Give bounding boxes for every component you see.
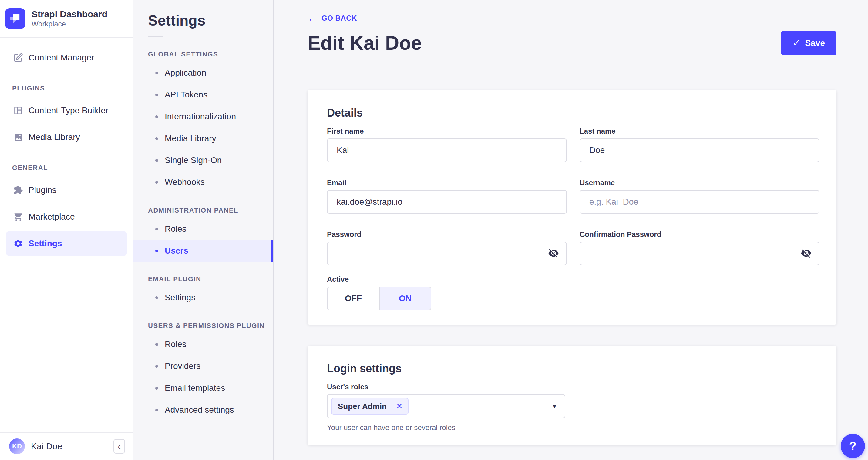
sidebar-footer: KD Kai Doe ‹: [0, 432, 133, 460]
check-icon: ✓: [793, 38, 800, 48]
go-back-label: GO BACK: [321, 14, 357, 23]
sidebar-item-media-library[interactable]: Media Library: [6, 125, 127, 149]
user-roles-helper-text: Your user can have one or several roles: [327, 423, 819, 432]
last-name-label: Last name: [580, 127, 819, 136]
subnav-title: Settings: [148, 12, 273, 29]
role-tag-super-admin: Super Admin ✕: [331, 398, 408, 415]
bullet-icon: [155, 93, 158, 96]
chevron-left-icon: ‹: [118, 442, 121, 451]
email-field-group: Email: [327, 178, 567, 214]
sidebar-section-general: GENERAL: [12, 164, 133, 172]
main-content: ← GO BACK Edit Kai Doe ✓ Save Details Fi…: [274, 0, 868, 460]
subnav-item-email-templates[interactable]: Email templates: [133, 377, 273, 399]
confirmation-password-input[interactable]: [580, 242, 819, 265]
bullet-icon: [155, 181, 158, 184]
subnav-item-label: Roles: [165, 224, 187, 234]
subnav-item-single-sign-on[interactable]: Single Sign-On: [133, 149, 273, 171]
subnav-item-label: Internationalization: [165, 112, 236, 121]
subnav-item-label: Users: [165, 246, 188, 256]
active-label: Active: [327, 275, 819, 284]
user-roles-label: User's roles: [327, 382, 819, 391]
subnav-item-media-library[interactable]: Media Library: [133, 127, 273, 149]
email-label: Email: [327, 178, 567, 187]
workspace-header[interactable]: Strapi Dashboard Workplace: [0, 0, 133, 38]
subnav-section-title: ADMINISTRATION PANEL: [148, 206, 273, 214]
first-name-input[interactable]: [327, 139, 567, 162]
save-button-label: Save: [805, 38, 825, 48]
sidebar-item-label: Media Library: [29, 133, 80, 142]
user-roles-multiselect[interactable]: Super Admin ✕ ▾: [327, 394, 565, 419]
subnav-item-providers[interactable]: Providers: [133, 355, 273, 377]
subnav-item-label: Single Sign-On: [165, 155, 222, 165]
subnav-item-label: Application: [165, 68, 206, 78]
subnav-item-label: Media Library: [165, 134, 216, 143]
email-input[interactable]: [327, 190, 567, 214]
password-input[interactable]: [327, 242, 567, 265]
sidebar-item-content-type-builder[interactable]: Content-Type Builder: [6, 98, 127, 123]
active-toggle-off[interactable]: OFF: [328, 287, 379, 310]
subnav-item-email-settings[interactable]: Settings: [133, 287, 273, 309]
username-input[interactable]: [580, 190, 819, 214]
chevron-down-icon: ▾: [553, 402, 556, 410]
subnav-item-label: API Tokens: [165, 90, 208, 99]
picture-icon: [13, 133, 23, 142]
last-name-input[interactable]: [580, 139, 819, 162]
sidebar-item-label: Plugins: [29, 185, 56, 195]
subnav-item-advanced-settings[interactable]: Advanced settings: [133, 399, 273, 421]
subnav-item-admin-roles[interactable]: Roles: [133, 218, 273, 240]
subnav-section-email-plugin: EMAIL PLUGIN Settings: [133, 275, 273, 309]
user-name[interactable]: Kai Doe: [31, 441, 62, 452]
collapse-sidebar-button[interactable]: ‹: [114, 439, 125, 454]
login-settings-heading: Login settings: [327, 362, 819, 375]
details-heading: Details: [327, 106, 819, 120]
workspace-titles: Strapi Dashboard Workplace: [32, 9, 107, 28]
toggle-confirmation-password-visibility-button[interactable]: [800, 248, 812, 260]
subnav-item-label: Settings: [165, 293, 195, 303]
subnav-item-webhooks[interactable]: Webhooks: [133, 171, 273, 193]
subnav-item-label: Webhooks: [165, 177, 205, 187]
username-field-group: Username: [580, 178, 819, 214]
puzzle-icon: [13, 185, 23, 195]
username-label: Username: [580, 178, 819, 187]
question-mark-icon: ?: [849, 439, 857, 453]
subnav-item-label: Email templates: [165, 383, 225, 393]
shopping-cart-icon: [13, 212, 23, 222]
subnav-item-internationalization[interactable]: Internationalization: [133, 106, 273, 127]
subnav-item-label: Roles: [165, 340, 187, 349]
sidebar-item-content-manager[interactable]: Content Manager: [6, 46, 127, 70]
toggle-password-visibility-button[interactable]: [548, 248, 560, 260]
bullet-icon: [155, 387, 158, 390]
close-icon: ✕: [396, 402, 402, 410]
subnav-item-up-roles[interactable]: Roles: [133, 334, 273, 355]
subnav-section-global-settings: GLOBAL SETTINGS Application API Tokens I…: [133, 50, 273, 193]
eye-off-icon: [548, 248, 559, 260]
bullet-icon: [155, 250, 158, 252]
user-avatar[interactable]: KD: [9, 438, 25, 454]
remove-role-button[interactable]: ✕: [392, 403, 407, 410]
subnav-item-api-tokens[interactable]: API Tokens: [133, 84, 273, 106]
save-button[interactable]: ✓ Save: [781, 31, 836, 55]
app-title: Strapi Dashboard: [32, 9, 107, 20]
go-back-link[interactable]: ← GO BACK: [308, 13, 357, 23]
active-toggle-on[interactable]: ON: [379, 287, 431, 310]
sidebar-section-plugins: PLUGINS: [12, 84, 133, 92]
last-name-field-group: Last name: [580, 127, 819, 162]
bullet-icon: [155, 137, 158, 140]
role-tag-label: Super Admin: [338, 402, 387, 411]
sidebar-item-marketplace[interactable]: Marketplace: [6, 205, 127, 229]
subnav-section-users-permissions-plugin: USERS & PERMISSIONS PLUGIN Roles Provide…: [133, 322, 273, 421]
active-field-group: Active OFF ON: [327, 275, 819, 310]
sidebar-item-label: Content Manager: [29, 53, 94, 62]
main-nav: Content Manager PLUGINS Content-Type Bui…: [0, 38, 133, 432]
bullet-icon: [155, 159, 158, 162]
bullet-icon: [155, 228, 158, 230]
password-field-group: Password: [327, 230, 567, 265]
subnav-item-application[interactable]: Application: [133, 62, 273, 84]
bullet-icon: [155, 409, 158, 411]
sidebar-item-label: Settings: [29, 239, 62, 248]
sidebar-item-settings[interactable]: Settings: [6, 231, 127, 256]
bullet-icon: [155, 115, 158, 118]
sidebar-item-plugins[interactable]: Plugins: [6, 178, 127, 202]
help-button[interactable]: ?: [841, 434, 865, 458]
subnav-item-admin-users[interactable]: Users: [133, 240, 273, 262]
